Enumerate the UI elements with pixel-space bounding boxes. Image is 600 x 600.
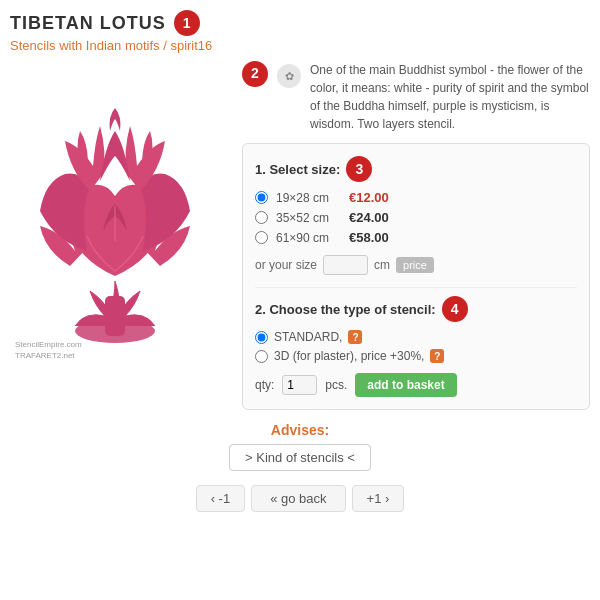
cm-label: cm [374, 258, 390, 272]
product-image [15, 66, 215, 366]
stencil-label-2: 3D (for plaster), price +30%, [274, 349, 424, 363]
stencil-label-1: STANDARD, [274, 330, 342, 344]
page-subtitle: Stencils with Indian motifs / spirit16 [10, 38, 590, 53]
price-button[interactable]: price [396, 257, 434, 273]
kind-of-stencils-button[interactable]: > Kind of stencils < [229, 444, 371, 471]
description-icon: ✿ [276, 63, 302, 89]
qty-input[interactable] [282, 375, 317, 395]
product-description: One of the main Buddhist symbol - the fl… [310, 61, 590, 133]
stencil-info-1[interactable]: ? [348, 330, 362, 344]
badge-2: 2 [242, 61, 268, 87]
prev-button[interactable]: ‹ -1 [196, 485, 246, 512]
badge-3: 3 [346, 156, 372, 182]
size-label-1: 19×28 cm [276, 191, 341, 205]
custom-size-label: or your size [255, 258, 317, 272]
bottom-section: Advises: > Kind of stencils < ‹ -1 « go … [10, 422, 590, 512]
stencil-option-1: STANDARD, ? [255, 330, 577, 344]
size-label-2: 35×52 cm [276, 211, 341, 225]
qty-label: qty: [255, 378, 274, 392]
size-option-1: 19×28 cm €12.00 [255, 190, 577, 205]
add-to-basket-button[interactable]: add to basket [355, 373, 456, 397]
badge-4: 4 [442, 296, 468, 322]
stencil-option-2: 3D (for plaster), price +30%, ? [255, 349, 577, 363]
size-options: 19×28 cm €12.00 35×52 cm €24.00 61×90 cm… [255, 190, 577, 245]
next-button[interactable]: +1 › [352, 485, 405, 512]
product-image-container: StencilEmpire.com TRAFARET2.net [10, 61, 220, 371]
advises-title: Advises: [271, 422, 329, 438]
size-radio-2[interactable] [255, 211, 268, 224]
page-title: TIBETAN LOTUS [10, 13, 166, 34]
size-section-title: 1. Select size: [255, 162, 340, 177]
price-label-2: €24.00 [349, 210, 389, 225]
stencil-type-options: STANDARD, ? 3D (for plaster), price +30%… [255, 330, 577, 363]
stencil-radio-2[interactable] [255, 350, 268, 363]
price-label-1: €12.00 [349, 190, 389, 205]
option-box: 1. Select size: 3 19×28 cm €12.00 35×52 … [242, 143, 590, 410]
size-option-3: 61×90 cm €58.00 [255, 230, 577, 245]
navigation-row: ‹ -1 « go back +1 › [196, 485, 405, 512]
svg-text:✿: ✿ [285, 70, 294, 82]
divider [255, 287, 577, 288]
stencil-info-2[interactable]: ? [430, 349, 444, 363]
badge-1: 1 [174, 10, 200, 36]
size-radio-1[interactable] [255, 191, 268, 204]
stencil-type-title: 2. Choose the type of stencil: [255, 302, 436, 317]
custom-size-row: or your size cm price [255, 255, 577, 275]
go-back-button[interactable]: « go back [251, 485, 345, 512]
size-label-3: 61×90 cm [276, 231, 341, 245]
custom-size-input[interactable] [323, 255, 368, 275]
price-label-3: €58.00 [349, 230, 389, 245]
pcs-label: pcs. [325, 378, 347, 392]
watermark: StencilEmpire.com TRAFARET2.net [15, 339, 82, 361]
basket-row: qty: pcs. add to basket [255, 373, 577, 397]
size-radio-3[interactable] [255, 231, 268, 244]
stencil-radio-1[interactable] [255, 331, 268, 344]
size-option-2: 35×52 cm €24.00 [255, 210, 577, 225]
